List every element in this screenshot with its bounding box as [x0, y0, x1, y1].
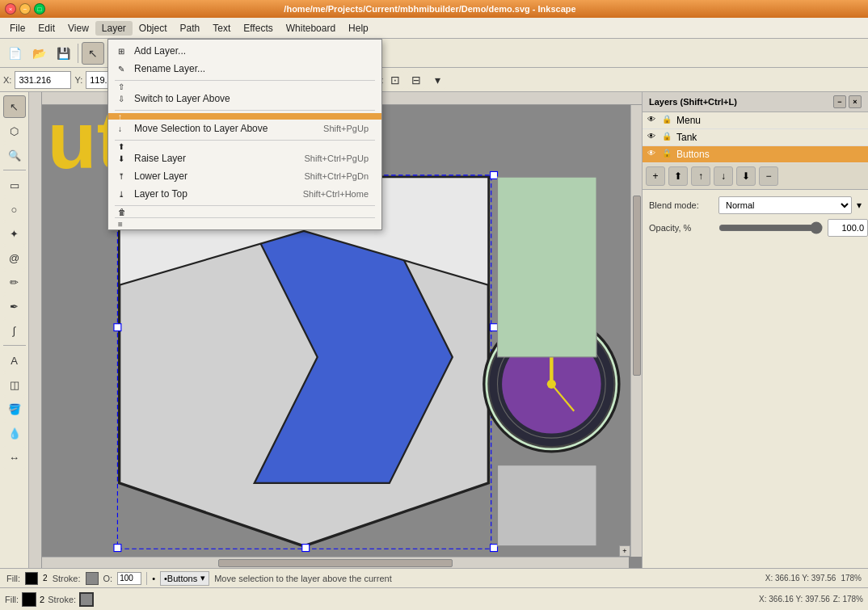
close-button[interactable]: × — [5, 3, 16, 15]
menu-item-layer-top[interactable]: ⤒ Lower Layer Shift+Ctrl+PgDn — [108, 167, 381, 185]
horizontal-scrollbar[interactable] — [42, 557, 629, 568]
svg-rect-10 — [114, 324, 121, 331]
layer-selector[interactable]: •Buttons ▾ — [160, 571, 209, 586]
eyedropper-tool[interactable]: 💧 — [3, 422, 26, 444]
layer-lower-btn[interactable]: ↓ — [714, 166, 733, 186]
node-edit-tool[interactable]: ⬡ — [3, 120, 26, 142]
layer-row-tank[interactable]: 👁 🔒 Tank — [643, 129, 868, 146]
pen-tool[interactable]: ✒ — [3, 295, 26, 318]
gradient-tool[interactable]: ◫ — [3, 373, 26, 396]
switch-below-icon: ⇩ — [118, 95, 124, 103]
affect-btn1[interactable]: ⊡ — [386, 71, 404, 89]
save-button[interactable]: 💾 — [52, 42, 74, 65]
eye-icon-menu[interactable]: 👁 — [647, 115, 659, 126]
menu-item-layer-bottom[interactable]: ⤓ Layer to Top Shift+Ctrl+Home — [108, 185, 381, 203]
lock-icon-menu[interactable]: 🔒 — [662, 115, 673, 126]
menu-item-switch-above[interactable]: ⇧ — [108, 83, 381, 90]
affect-btn2[interactable]: ⊟ — [407, 71, 425, 89]
menu-item-layers-dialog[interactable]: ≡ — [108, 221, 381, 227]
layer-up-btn[interactable]: ⬆ — [668, 166, 688, 186]
menu-path[interactable]: Path — [174, 21, 207, 36]
blend-mode-arrow[interactable]: ▾ — [857, 200, 862, 211]
open-button[interactable]: 📂 — [27, 42, 50, 65]
svg-rect-11 — [491, 324, 498, 331]
stroke-indicator: 2 — [43, 574, 48, 583]
new-button[interactable]: 📄 — [3, 42, 26, 65]
tool-separator-1 — [3, 170, 26, 170]
stroke-bottom-swatch[interactable] — [79, 592, 94, 607]
pencil-tool[interactable]: ✏ — [3, 271, 26, 293]
menu-item-move-below[interactable]: ↓ Move Selection to Layer Above Shift+Pg… — [108, 120, 381, 137]
v-scroll-thumb[interactable] — [633, 196, 641, 377]
menu-effects[interactable]: Effects — [237, 21, 279, 36]
coordinates-display: X: 366.16 Y: 397.56 — [765, 574, 836, 583]
opacity-status-input[interactable] — [117, 572, 141, 585]
menu-item-delete-layer[interactable]: 🗑 — [108, 208, 381, 215]
layer-indicator[interactable]: • — [152, 574, 155, 583]
menu-separator-1 — [115, 80, 375, 81]
status-text: Move selection to the layer above the cu… — [214, 574, 761, 583]
fill-swatch[interactable] — [25, 572, 38, 585]
lock-icon-tank[interactable]: 🔒 — [662, 132, 673, 143]
text-tool-left[interactable]: A — [3, 349, 26, 372]
zoom-tool[interactable]: 🔍 — [3, 144, 26, 166]
fill-bottom-swatch[interactable] — [22, 592, 36, 607]
fill-label: Fill: — [6, 574, 20, 583]
toolbar-separator-1 — [78, 44, 78, 63]
menu-file[interactable]: File — [3, 21, 32, 36]
delete-layer-btn[interactable]: − — [759, 166, 778, 186]
blend-opacity-area: Blend mode: Normal Multiply Screen Overl… — [643, 190, 868, 243]
menu-separator-2 — [115, 110, 375, 111]
move-below-icon: ↓ — [118, 124, 122, 133]
star-tool[interactable]: ✦ — [3, 222, 26, 245]
eye-icon-buttons[interactable]: 👁 — [647, 149, 659, 160]
minimize-button[interactable]: − — [19, 3, 31, 15]
canvas-corner-btn[interactable]: + — [619, 545, 630, 557]
menu-whiteboard[interactable]: Whiteboard — [280, 21, 342, 36]
connector-tool[interactable]: ↔ — [3, 446, 26, 469]
layer-raise-btn[interactable]: ↑ — [691, 166, 710, 186]
layers-panel-minimize[interactable]: − — [833, 95, 846, 108]
menu-object[interactable]: Object — [133, 21, 174, 36]
layer-name-buttons: Buttons — [676, 149, 863, 160]
x-input[interactable]: 331.216 — [15, 71, 71, 89]
menu-item-lower-layer[interactable]: ⬇ Raise Layer Shift+Ctrl+PgUp — [108, 149, 381, 167]
calligraphy-tool[interactable]: ∫ — [3, 319, 26, 342]
select-tool[interactable]: ↖ — [82, 42, 104, 65]
lock-icon-buttons[interactable]: 🔒 — [662, 149, 673, 160]
svg-rect-14 — [491, 545, 498, 552]
opacity-value[interactable]: 100.0 — [828, 219, 868, 237]
h-scroll-thumb[interactable] — [218, 559, 453, 567]
vertical-scrollbar[interactable] — [630, 105, 642, 557]
menu-help[interactable]: Help — [342, 21, 375, 36]
blend-mode-select[interactable]: Normal Multiply Screen Overlay — [718, 196, 852, 214]
delete-layer-icon: 🗑 — [118, 208, 126, 217]
menu-text[interactable]: Text — [206, 21, 237, 36]
add-layer-btn[interactable]: + — [646, 166, 665, 186]
paint-bucket[interactable]: 🪣 — [3, 398, 26, 420]
rect-tool[interactable]: ▭ — [3, 174, 26, 196]
stroke-swatch[interactable] — [86, 572, 99, 585]
menu-item-add-layer[interactable]: ⊞ Add Layer... — [108, 42, 381, 60]
eye-icon-tank[interactable]: 👁 — [647, 132, 659, 143]
spiral-tool[interactable]: @ — [3, 246, 26, 269]
layer-down-btn[interactable]: ⬇ — [736, 166, 756, 186]
circle-tool[interactable]: ○ — [3, 198, 26, 221]
menu-item-rename-layer[interactable]: ✎ Rename Layer... — [108, 60, 381, 78]
layers-panel-close[interactable]: × — [849, 95, 862, 108]
bottom-bar: Fill: 2 Stroke: X: 366.16 Y: 397.56 Z: 1… — [0, 587, 868, 610]
menu-item-move-above[interactable]: ↑ — [108, 113, 381, 120]
maximize-button[interactable]: □ — [34, 3, 45, 15]
opacity-slider[interactable] — [718, 222, 823, 233]
menu-item-raise-layer[interactable]: ⬆ — [108, 143, 381, 149]
layer-row-menu[interactable]: 👁 🔒 Menu — [643, 112, 868, 129]
layers-panel-title: Layers (Shift+Ctrl+L) — [649, 97, 737, 107]
menu-item-switch-below[interactable]: ⇩ Switch to Layer Above — [108, 90, 381, 107]
more-options[interactable]: ▾ — [428, 71, 446, 89]
arrow-tool[interactable]: ↖ — [3, 95, 26, 118]
layer-row-buttons[interactable]: 👁 🔒 Buttons — [643, 146, 868, 163]
menu-layer[interactable]: Layer — [95, 21, 133, 36]
menu-view[interactable]: View — [61, 21, 95, 36]
add-layer-icon: ⊞ — [118, 47, 124, 56]
menu-edit[interactable]: Edit — [32, 21, 61, 36]
